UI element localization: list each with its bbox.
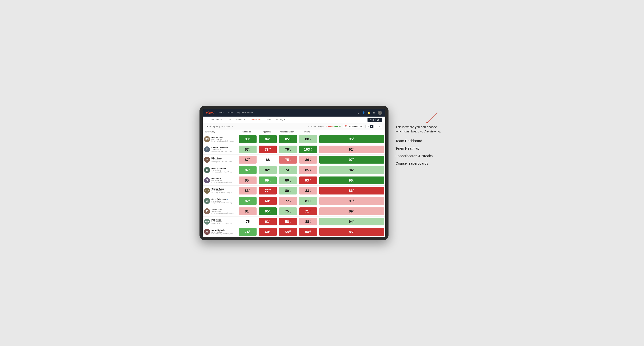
player-club: Royal North Devon Golf Club, United King… [212,140,234,142]
score-value: 88 [266,158,270,162]
score-change: 3▼ [290,199,291,203]
table-row[interactable]: ECEdward Crossman1-5 HandicapSunningdale… [203,144,385,155]
sort-arrow-approach[interactable]: — [271,131,272,133]
score-putting-4: 963▲ [318,175,385,185]
score-change: 1▲ [290,169,291,172]
score-value: 82 [245,199,249,203]
avatar: AN [204,229,210,235]
score-playerQuality-4: 853▼ [238,175,258,185]
table-header-row: Player Quality ▼ Off the Tee — Approach … [203,130,385,134]
verified-icon: ✓ [224,188,226,190]
settings-icon[interactable]: ⚙ [373,111,375,114]
score-aroundGreen-8: 882▼ [298,216,318,227]
table-row[interactable]: BMBlair McHargPlus HandicapRoyal North D… [203,134,385,144]
app-logo: clippd [206,111,214,114]
score-offTee-0: 846▲ [258,134,278,144]
score-value: 87 [245,168,249,172]
view-grid-btn[interactable]: ▭ [366,125,370,128]
tab-team-clippd[interactable]: Team Clippd [248,117,264,123]
sort-arrow-aroundgreen[interactable]: — [294,131,296,133]
tab-tour[interactable]: Tour [264,117,274,123]
col-header-approach: Approach — [258,130,278,134]
bell-icon[interactable]: 🔔 [368,111,370,114]
view-list-btn[interactable]: ▢ [374,125,378,128]
search-icon[interactable]: ⌕ [358,111,360,114]
tab-pga[interactable]: PGA [224,117,234,123]
nav-my-performance[interactable]: My Performance [237,111,253,115]
player-club: Gog Magog Golf Club, United Kingdom [212,171,234,173]
score-value: 81 [245,209,249,213]
score-aroundGreen-2: 866▼ [298,155,318,165]
table-row[interactable]: ANAaron Nicholls11-15 HandicapDrift Golf… [203,227,385,237]
team-bar-right: 20 Round Change -5 +5 📅 [308,125,382,128]
view-export-btn[interactable]: ⇵ [378,125,382,128]
score-aroundGreen-5: 836▼ [298,185,318,196]
score-putting-6: 913▼ [318,196,385,206]
view-heatmap-btn[interactable]: ■ [370,125,374,128]
score-change: 7▲ [269,179,271,182]
round-change-label: 20 Round Change [308,126,324,128]
player-club: Craigmillar Park, United Kingdom [212,202,234,204]
score-value: 95 [265,209,269,213]
legend-bar [328,126,338,127]
score-change: 4▲ [249,169,250,172]
heatmap-legend: -5 +5 [326,126,341,127]
sort-arrow-offtee[interactable]: — [252,131,253,133]
last-rounds-value: 20 [360,126,362,128]
avatar: EC [204,147,210,152]
person-icon[interactable]: 👤 [362,111,365,114]
table-row[interactable]: CQCharlie Quick ✓6-10 HandicapSt. George… [203,185,385,196]
players-tbody: BMBlair McHargPlus HandicapRoyal North D… [203,134,385,237]
player-cell-1: ECEdward Crossman1-5 HandicapSunningdale… [203,144,238,155]
score-value: 80 [285,178,289,182]
score-putting-1: 923▼ [318,144,385,155]
nav-teams[interactable]: Teams [228,111,234,115]
svg-marker-1 [426,121,428,124]
score-change: 3▼ [310,169,311,172]
player-name: Matt Miller [212,219,234,221]
table-row[interactable]: JCJosh Coles1-5 HandicapRoyal North Devo… [203,206,385,216]
tab-all-players[interactable]: All Players [274,117,288,123]
player-cell-2: EEElliot Ebert1-5 HandicapSunningdale Go… [203,155,238,165]
last-rounds-button[interactable]: 📅 Last Rounds: 20 [343,125,363,128]
table-row[interactable]: DBDave Billingham1-5 HandicapGog Magog G… [203,165,385,175]
score-value: 91 [349,199,352,203]
player-club: Royal North Devon Golf Club, United King… [212,181,234,183]
svg-line-0 [427,113,438,123]
score-offTee-8: 613▼ [258,216,278,227]
sort-arrow-player[interactable]: ▼ [216,131,217,133]
score-approach-7: 752▲ [278,206,298,216]
score-offTee-2: 88 [258,155,278,165]
team-bar: Team Clippd | 14 Players ✎ 20 Round Chan… [203,123,385,130]
avatar: DF [204,177,210,183]
score-change: 9▲ [353,137,355,141]
score-value: 85 [285,137,289,141]
player-handicap: 1-5 Handicap [212,211,234,212]
score-value: 87 [245,158,249,162]
score-playerQuality-3: 874▲ [238,165,258,175]
add-team-button[interactable]: Add Team [368,118,382,122]
score-putting-9: 854▼ [318,227,385,237]
score-value: 75 [285,209,289,213]
score-approach-0: 858▲ [278,134,298,144]
nav-home[interactable]: Home [218,111,224,115]
table-row[interactable]: DFDavid Ford ✓Plus HandicapRoyal North D… [203,175,385,185]
score-value: 58 [285,230,289,234]
tab-pgat-players[interactable]: PGAT Players [206,117,224,123]
score-value: 93 [245,137,249,141]
player-club: Drift Golf Club, United Kingdom [212,233,234,235]
table-row[interactable]: CRChris Robertson ✓1-5 HandicapCraigmill… [203,196,385,206]
edit-icon[interactable]: ✎ [232,125,233,128]
player-name: Edward Crossman [212,147,234,149]
score-approach-1: 799▲ [278,144,298,155]
score-value: 77 [265,189,268,193]
avatar[interactable]: U [378,111,382,115]
score-playerQuality-6: 823▲ [238,196,258,206]
score-value: 94 [349,220,352,224]
tab-hcaps[interactable]: Hcaps 1-5 [234,117,248,123]
table-row[interactable]: MMMatt Miller6-10 HandicapWoburn Golf Cl… [203,216,385,227]
score-aroundGreen-1: 10315▲ [298,144,318,155]
data-table: Player Quality ▼ Off the Tee — Approach … [203,130,385,237]
table-row[interactable]: EEElliot Ebert1-5 HandicapSunningdale Go… [203,155,385,165]
sort-arrow-putting[interactable]: — [310,131,312,133]
